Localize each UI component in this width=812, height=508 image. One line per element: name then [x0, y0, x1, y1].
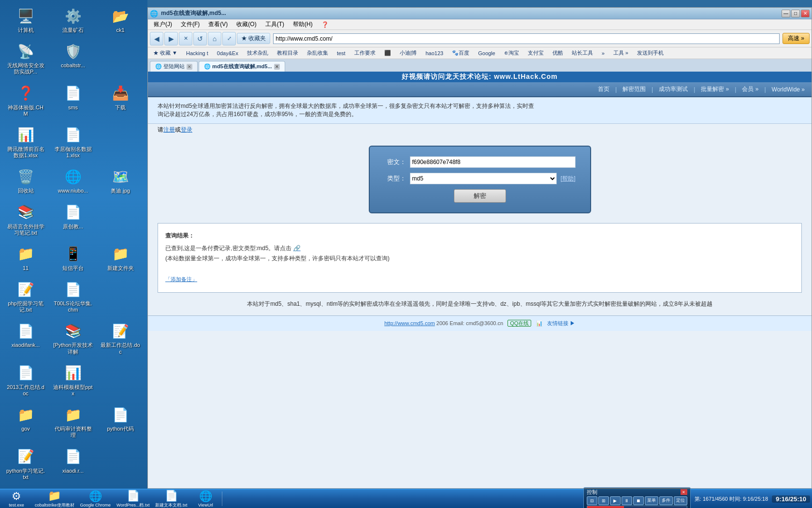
site-nav-worldwide[interactable]: WorldWide » — [770, 85, 807, 94]
bookmark-hacking[interactable]: Hacking t — [183, 49, 212, 57]
menu-help[interactable]: 帮助(H) — [289, 19, 317, 30]
site-nav-range[interactable]: 解密范围 — [621, 84, 648, 94]
type-select[interactable]: md5 sha1 mysql — [410, 173, 557, 184]
desktop-icon-yuanjiao[interactable]: 📄 原创教... — [51, 200, 95, 238]
bookmark-taobao[interactable]: ⊕淘宝 — [501, 48, 522, 58]
bookmark-misc[interactable]: 杂乱收集 — [304, 48, 332, 58]
bookmark-courses[interactable]: 教程目录 — [274, 48, 302, 58]
ctrl-btn-3[interactable]: ▶ — [610, 496, 621, 505]
taskbar-icon-viewurl[interactable]: 🌐 ViewUrl — [191, 489, 220, 508]
close-button[interactable]: ✕ — [801, 10, 810, 17]
tab-md5-close[interactable]: ✕ — [274, 64, 280, 70]
friend-link[interactable]: 友情链接 ▶ — [547, 320, 575, 326]
menu-account[interactable]: 账户(J) — [150, 19, 176, 30]
desktop-icon-computer[interactable]: 🖥️ 计算机 — [4, 4, 47, 35]
bookmark-xiaodi[interactable]: 小迪|博 — [396, 48, 420, 58]
desktop-icon-tools[interactable]: 📄 T00LS论坛华集.chm — [51, 277, 95, 315]
site-nav-batch[interactable]: 批量解密 » — [699, 84, 731, 94]
desktop-icon-newwork[interactable]: 📝 最新工作总结.doc — [99, 319, 142, 357]
desktop-icon-ck1[interactable]: 📂 ck1 — [99, 4, 142, 35]
footer-stats-icon[interactable]: 📊 — [536, 320, 543, 326]
bookmark-tech[interactable]: 技术杂乱 — [244, 48, 272, 58]
ctrl-btn-2[interactable]: ⊞ — [598, 496, 609, 505]
minimize-button[interactable]: — — [782, 10, 790, 17]
go-button[interactable]: 高速 » — [783, 33, 810, 44]
back-button[interactable]: ◀ — [150, 32, 163, 45]
login-link[interactable]: 登录 — [181, 126, 192, 133]
desktop-icon-php[interactable]: 📝 php挖掘学习笔记.txt — [4, 277, 47, 315]
desktop-icon-cobaltstrike[interactable]: 🛡️ cobaltstr... — [51, 39, 95, 77]
desktop-icon-pythonnotes[interactable]: 📝 python学习笔记.txt — [4, 445, 47, 482]
desktop-icon-daodi[interactable]: 📊 迪科模板模型pptx — [51, 361, 95, 399]
desktop-icon-lijunen[interactable]: 📄 李居枷别名数据1.xlsx — [51, 123, 95, 161]
ctrl-btn-locate[interactable]: 定位 — [674, 496, 687, 505]
desktop-icon-download[interactable]: 📥 下载 — [99, 81, 142, 119]
desktop-icon-tencent[interactable]: 📊 腾讯微博前百名数据1.xlsx — [4, 123, 47, 161]
bookmark-tools[interactable]: 站长工具 — [568, 48, 596, 58]
ctrl-btn-multi[interactable]: 多件 — [659, 496, 673, 505]
desktop-icon-miner[interactable]: ⚙️ 流量矿石 — [51, 4, 95, 35]
desktop-icon-duanxin[interactable]: 📱 短信平台 — [51, 242, 95, 273]
ctrl-btn-5[interactable]: ⏹ — [633, 496, 644, 505]
desktop-icon-11[interactable]: 📁 11 — [4, 242, 47, 273]
desktop-icon-yiyu[interactable]: 📚 易语言含外挂学习笔记.txt — [4, 200, 47, 238]
desktop-icon-xiaodi[interactable]: 📄 xiaodi.r... — [51, 445, 95, 482]
desktop-icon-pythoncode[interactable]: 📄 python代码 — [99, 403, 142, 440]
stop-button[interactable]: ✕ — [179, 32, 192, 45]
home-button[interactable]: ⌂ — [208, 32, 221, 45]
desktop-icon-chm[interactable]: ❓ 神器体验版.CHM — [4, 81, 47, 119]
taskbar-icon-wordpress[interactable]: 📄 WordPres...档.txt — [115, 489, 151, 508]
desktop-icon-newfile[interactable]: 📁 新建文件夹 — [99, 242, 142, 273]
decrypt-button[interactable]: 解密 — [454, 189, 506, 203]
menu-tools[interactable]: 工具(T) — [261, 19, 288, 30]
desktop-icon-gov[interactable]: 📁 gov — [4, 403, 47, 440]
control-close-btn[interactable]: ✕ — [681, 489, 687, 495]
desktop-icon-codeaudit[interactable]: 📁 代码审计资料整理 — [51, 403, 95, 440]
bookmark-test[interactable]: test — [334, 49, 349, 57]
help-link[interactable]: [帮助] — [561, 175, 576, 183]
footer-url[interactable]: http://www.cmd5.com — [384, 320, 435, 326]
desktop-icon-sms[interactable]: 📄 sms — [51, 81, 95, 119]
menu-icon[interactable]: ❓ — [318, 20, 333, 29]
address-input[interactable] — [273, 33, 780, 44]
desktop-icon-xiaodifank[interactable]: 📄 xiaodifank... — [4, 319, 47, 357]
menu-favorites[interactable]: 收藏(O) — [232, 19, 260, 30]
bookmark-baidu[interactable]: 🐾百度 — [449, 48, 473, 58]
desktop-icon-niubo[interactable]: 🌐 www.niubo... — [51, 164, 95, 196]
register-link[interactable]: 注册 — [163, 126, 175, 133]
tab-login[interactable]: 🌐 登陆网站 ✕ — [150, 61, 198, 72]
restore-button[interactable]: ⤢ — [222, 32, 236, 45]
taskbar-icon-test[interactable]: ⚙ test.exe — [2, 489, 31, 508]
maximize-button[interactable]: □ — [791, 10, 800, 17]
taskbar-icon-chrome[interactable]: 🌐 Google Chrome — [78, 489, 113, 508]
desktop-icon-python[interactable]: 📚 [Python开发技术详解 — [51, 319, 95, 357]
bookmark-google[interactable]: Google — [475, 49, 498, 57]
favorites-button[interactable]: ★ 收藏夹 — [237, 33, 270, 44]
bookmark-alipay[interactable]: 支付宝 — [524, 48, 547, 58]
taskbar-icon-cobalt[interactable]: 📁 cobaltstrike使用教材 — [33, 489, 76, 508]
qq-online[interactable]: QQ在线 — [508, 320, 531, 327]
ctrl-btn-menu[interactable]: 菜单 — [645, 496, 658, 505]
desktop-icon-aoditu[interactable]: 🗺️ 奥迪.jpg — [99, 164, 142, 196]
ctrl-btn-1[interactable]: ⊟ — [587, 496, 597, 505]
tab-md5[interactable]: 🌐 md5在线查询破解,md5... ✕ — [199, 61, 285, 72]
bookmark-hao123[interactable]: hao123 — [422, 49, 447, 57]
result-link[interactable]: 🔗 — [293, 245, 301, 252]
site-nav-successrate[interactable]: 成功率测试 — [657, 84, 690, 94]
ctrl-btn-4[interactable]: ⏸ — [622, 496, 632, 505]
menu-file[interactable]: 文件(F) — [177, 19, 203, 30]
bookmark-tools2[interactable]: 工具 » — [610, 48, 632, 58]
taskbar-icon-newdoc[interactable]: 📄 新建文本文档.txt — [153, 489, 189, 508]
bookmark-youku[interactable]: 优酷 — [549, 48, 566, 58]
tab-login-close[interactable]: ✕ — [187, 64, 192, 70]
site-nav-home[interactable]: 首页 — [596, 84, 611, 94]
bookmark-0day[interactable]: 0day&Ex — [214, 49, 242, 57]
desktop-icon-recycle[interactable]: 🗑️ 回收站 — [4, 164, 47, 196]
bookmark-more[interactable]: » — [598, 49, 608, 57]
bookmark-icon[interactable]: ⬛ — [381, 49, 394, 57]
bookmark-favorites[interactable]: ★ 收藏 ▼ — [150, 48, 181, 58]
desktop-icon-work2013[interactable]: 📄 2013工作总结.doc — [4, 361, 47, 399]
bookmark-work[interactable]: 工作要求 — [351, 48, 379, 58]
add-note-link[interactable]: 「添加备注」 — [165, 276, 197, 282]
password-input[interactable] — [410, 156, 576, 168]
